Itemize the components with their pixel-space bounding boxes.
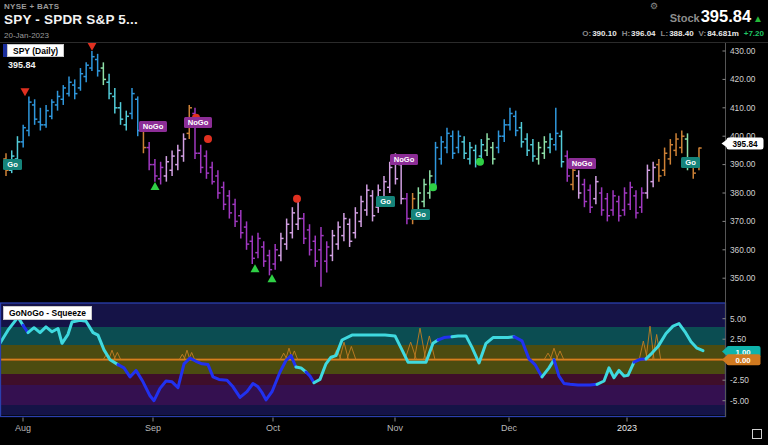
- watermark-price-group: Stock 395.84 ▲: [670, 7, 763, 26]
- ohlc-readout: O:390.10 H:396.04 L:388.40 V:84.681m +7.…: [582, 29, 764, 38]
- y-tick-label: 380.00: [730, 188, 756, 198]
- gear-icon[interactable]: ⚙: [650, 1, 658, 11]
- go-countertrend-dot-icon: [429, 183, 437, 191]
- symbol-title: SPY - SPDR S&P 5...: [4, 12, 138, 27]
- squeeze-band: [1, 405, 725, 415]
- corner-resize-handle[interactable]: [752, 429, 762, 439]
- change-value: +7.20: [744, 29, 764, 38]
- osc-value-tag: 0.00: [735, 356, 751, 365]
- charting-app-window: 430.00420.00410.00400.00390.00380.00370.…: [0, 0, 768, 445]
- x-tick-label: Aug: [15, 423, 31, 433]
- x-tick-label: Sep: [145, 423, 161, 433]
- nogo-trend-down-triangle-icon: [21, 88, 30, 96]
- low-value: 388.40: [669, 29, 693, 38]
- open-value: 390.10: [592, 29, 616, 38]
- squeeze-band: [1, 385, 725, 405]
- series-legend[interactable]: SPY (Daily): [3, 44, 64, 57]
- go-trend-up-triangle-icon: [251, 264, 260, 272]
- y-tick-label: 430.00: [730, 46, 756, 56]
- legend-last-price: 395.84: [8, 60, 36, 70]
- price-up-arrow-icon: ▲: [753, 13, 763, 24]
- nogo-countertrend-dot-icon: [293, 195, 301, 203]
- header-divider: [0, 42, 768, 43]
- y-tick-label: 410.00: [730, 103, 756, 113]
- exchange-label: NYSE + BATS: [4, 2, 59, 11]
- high-value: 396.04: [631, 29, 655, 38]
- squeeze-band: [1, 303, 725, 327]
- chart-canvas[interactable]: 430.00420.00410.00400.00390.00380.00370.…: [0, 0, 768, 445]
- y-tick-label: 350.00: [730, 273, 756, 283]
- go-signal-label: Go: [380, 197, 391, 206]
- go-signal-label: Go: [685, 158, 696, 167]
- go-signal-label: Go: [415, 210, 426, 219]
- nogo-signal-label: NoGo: [188, 118, 209, 127]
- go-signal-label: Go: [7, 160, 18, 169]
- nogo-signal-label: NoGo: [572, 159, 593, 168]
- osc-y-tick-label: -2.50: [730, 375, 749, 385]
- oscillator-panel: [0, 303, 726, 417]
- go-trend-up-triangle-icon: [268, 274, 277, 282]
- x-tick-label: Oct: [266, 423, 281, 433]
- nogo-countertrend-dot-icon: [204, 135, 212, 143]
- current-price-big: 395.84: [701, 7, 751, 26]
- volume-value: 84.681m: [707, 29, 739, 38]
- nogo-signal-label: NoGo: [143, 122, 164, 131]
- nogo-trend-down-triangle-icon: [88, 43, 97, 51]
- y-tick-label: 370.00: [730, 216, 756, 226]
- osc-y-tick-label: 5.00: [730, 314, 747, 324]
- nogo-signal-label: NoGo: [394, 155, 415, 164]
- y-tick-label: 390.00: [730, 159, 756, 169]
- osc-y-tick-label: 2.50: [730, 334, 747, 344]
- x-tick-label: 2023: [617, 423, 637, 433]
- last-price-tag: 395.84: [732, 140, 757, 149]
- go-countertrend-dot-icon: [476, 158, 484, 166]
- legend-symbol: SPY (Daily): [7, 44, 64, 57]
- y-tick-label: 360.00: [730, 245, 756, 255]
- oscillator-title: GoNoGo - Squeeze: [3, 306, 92, 320]
- x-tick-label: Nov: [387, 423, 404, 433]
- high-label: H:: [622, 29, 630, 38]
- chart-date: 20-Jan-2023: [4, 31, 49, 40]
- volume-label: V:: [699, 29, 707, 38]
- osc-y-tick-label: -5.00: [730, 396, 749, 406]
- x-tick-label: Dec: [501, 423, 518, 433]
- last-price-tag-pointer: [722, 140, 728, 148]
- low-label: L:: [661, 29, 669, 38]
- open-label: O:: [582, 29, 591, 38]
- watermark-text: Stock: [670, 12, 700, 24]
- go-trend-up-triangle-icon: [151, 182, 160, 190]
- y-tick-label: 420.00: [730, 74, 756, 84]
